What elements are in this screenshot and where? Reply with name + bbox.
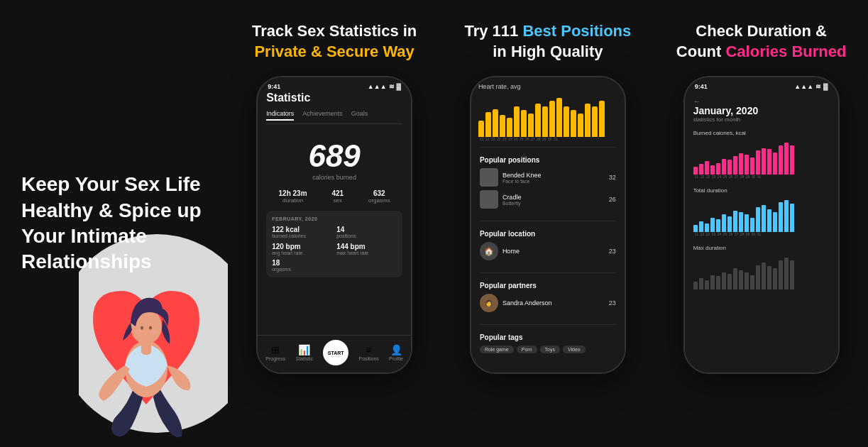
pink-bar-16 bbox=[784, 143, 789, 175]
date-label: 22 bbox=[485, 137, 490, 141]
pink-bar-12 bbox=[762, 148, 766, 175]
pink-bar-15 bbox=[779, 145, 783, 175]
blue-bar-10 bbox=[750, 218, 754, 232]
blue-date-label: 26 bbox=[729, 232, 733, 236]
blue-date-label: 23 bbox=[712, 232, 716, 236]
date-labels: 2122222223232425262728293031 bbox=[478, 137, 617, 141]
position-sub-2: Butterfly bbox=[502, 201, 522, 206]
blue-bar-3 bbox=[710, 218, 715, 232]
blue-bar-15 bbox=[779, 202, 783, 232]
status-icons-2: ▲▲▲ ≋ ▓ bbox=[368, 83, 401, 90]
pink-date-label: 24 bbox=[718, 175, 722, 179]
tab-achievements[interactable]: Achievements bbox=[302, 110, 343, 121]
date-label: 25 bbox=[520, 137, 524, 141]
popular-partners-section: Popular partners 👩 Sandra Anderson 23 bbox=[471, 276, 625, 321]
wifi-icon: ≋ bbox=[389, 83, 395, 90]
bars-container bbox=[478, 94, 617, 137]
chart-bar-4 bbox=[507, 118, 512, 138]
positions-icon: ≡ bbox=[366, 344, 372, 355]
chart-bar-9 bbox=[542, 106, 548, 137]
svg-point-7 bbox=[150, 330, 157, 334]
profile-icon: 👤 bbox=[390, 344, 402, 355]
gray-bar-5 bbox=[722, 272, 726, 290]
position-avatar-1 bbox=[480, 168, 498, 187]
pink-bar-0 bbox=[693, 167, 698, 175]
progress-icon: ⊞ bbox=[271, 344, 280, 355]
divider-2 bbox=[480, 221, 616, 221]
svg-point-4 bbox=[141, 326, 143, 330]
signal-icon-4: ▲▲▲ bbox=[794, 83, 813, 90]
panel4-count: Count bbox=[676, 43, 726, 60]
chart-area: Heart rate, avg 212222222323242526272829… bbox=[471, 77, 625, 144]
chart-bar-11 bbox=[556, 98, 562, 137]
gray-bars-container bbox=[693, 254, 830, 289]
gray-bar-1 bbox=[699, 278, 703, 289]
pink-date-label: 29 bbox=[746, 175, 750, 179]
chart-bar-5 bbox=[514, 106, 520, 137]
chart-bar-8 bbox=[535, 104, 541, 137]
back-button[interactable]: ← bbox=[693, 97, 830, 105]
blue-bar-13 bbox=[767, 209, 771, 232]
nav-start-button[interactable]: START bbox=[323, 340, 348, 365]
popular-positions-title: Popular positions bbox=[480, 156, 616, 164]
chart-bar-10 bbox=[549, 101, 555, 137]
blue-date-label: 28 bbox=[740, 232, 745, 236]
burned-calories-section: Burned calories, kcal 112222232425262728… bbox=[685, 126, 838, 183]
position-count-2: 26 bbox=[609, 196, 616, 203]
tag-item: Video bbox=[563, 346, 586, 353]
nav-statistic[interactable]: 📊 Statistic bbox=[295, 344, 313, 361]
nav-statistic-label: Statistic bbox=[295, 356, 313, 361]
chart-bar-1 bbox=[485, 112, 491, 137]
big-number: 689 bbox=[266, 138, 402, 174]
pink-bar-13 bbox=[767, 149, 771, 175]
screen2-tabs: Indicators Achievements Goals bbox=[266, 110, 402, 124]
panel3-headline: Try 111 Best Positions in High Quality bbox=[464, 21, 631, 62]
blue-bar-6 bbox=[727, 216, 732, 232]
tab-indicators[interactable]: Indicators bbox=[266, 110, 294, 121]
panel-4: Check Duration & Count Calories Burned 9… bbox=[654, 0, 868, 447]
nav-positions[interactable]: ≡ Positions bbox=[358, 344, 378, 361]
date-label: 24 bbox=[514, 137, 518, 141]
tags-row: Role gamePornToysVideo bbox=[480, 346, 616, 353]
monthly-orgasms: 18 orgasms bbox=[272, 259, 397, 272]
gray-bar-13 bbox=[767, 266, 771, 289]
phone-4-screen: 9:41 ▲▲▲ ≋ ▓ ← January, 2020 statistics … bbox=[685, 77, 838, 372]
partner-name: Sandra Anderson bbox=[502, 299, 552, 307]
date-label: 27 bbox=[531, 137, 535, 141]
panel1-line1: Keep Your Sex Life bbox=[21, 173, 201, 195]
phone-4-mockup: 9:41 ▲▲▲ ≋ ▓ ← January, 2020 statistics … bbox=[683, 76, 840, 374]
pink-bar-9 bbox=[745, 155, 749, 175]
blue-date-label: 25 bbox=[723, 232, 727, 236]
gray-bar-16 bbox=[784, 258, 789, 289]
tab-goals[interactable]: Goals bbox=[351, 110, 368, 121]
statistic-icon: 📊 bbox=[298, 344, 310, 355]
big-label: calories burned bbox=[266, 174, 402, 181]
pink-date-label: 26 bbox=[729, 175, 733, 179]
signal-icon: ▲▲▲ bbox=[368, 83, 387, 90]
popular-tags-title: Popular tags bbox=[480, 333, 616, 341]
divider-1 bbox=[480, 147, 616, 148]
nav-progress[interactable]: ⊞ Progress bbox=[265, 344, 285, 361]
panel3-try: Try 111 bbox=[464, 22, 522, 40]
gray-bar-3 bbox=[710, 275, 715, 289]
date-label: 31 bbox=[554, 137, 558, 141]
location-count: 23 bbox=[609, 248, 616, 255]
big-stat: 689 calories burned bbox=[266, 131, 402, 189]
svg-point-5 bbox=[149, 326, 152, 330]
date-label: 28 bbox=[537, 137, 541, 141]
status-bar-4: 9:41 ▲▲▲ ≋ ▓ bbox=[685, 77, 838, 92]
gray-bar-14 bbox=[773, 268, 777, 289]
blue-bar-1 bbox=[699, 221, 703, 232]
phone-3-mockup: Heart rate, avg 212222222323242526272829… bbox=[470, 76, 626, 374]
stat-orgasms-lbl: orgasms bbox=[368, 197, 390, 204]
location-name: Home bbox=[502, 248, 520, 255]
partner-sandra: 👩 Sandra Anderson 23 bbox=[480, 294, 616, 312]
battery-icon-4: ▓ bbox=[823, 83, 828, 90]
panel-3: Try 111 Best Positions in High Quality H… bbox=[441, 0, 655, 447]
blue-date-label: 31 bbox=[757, 232, 762, 236]
chart-title: Heart rate, avg bbox=[478, 83, 617, 90]
nav-profile[interactable]: 👤 Profile bbox=[389, 344, 403, 361]
pink-date-label: 31 bbox=[757, 175, 762, 179]
divider-4 bbox=[480, 324, 616, 325]
gray-bar-12 bbox=[762, 263, 766, 289]
